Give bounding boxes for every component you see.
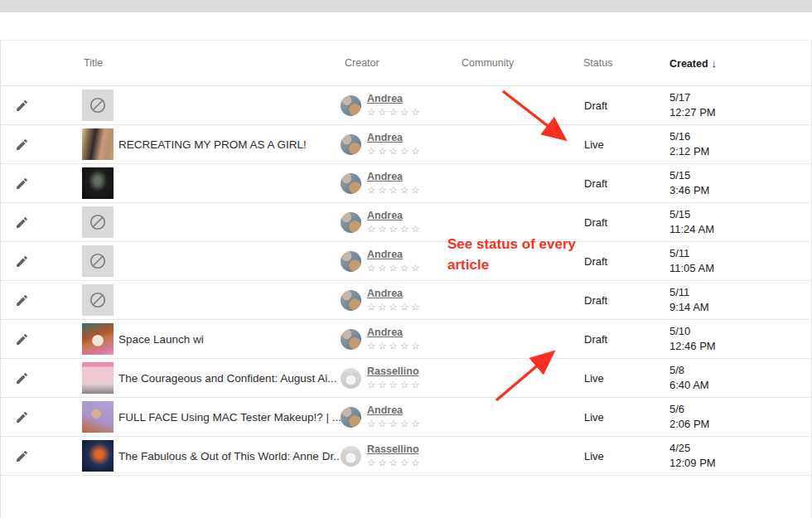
status-value: Live: [576, 372, 662, 385]
article-title: FULL FACE Using MAC Tester Makeup!? | ..…: [118, 411, 341, 424]
article-thumbnail[interactable]: [82, 245, 114, 277]
creator-rating-stars: ☆☆☆☆☆: [367, 418, 423, 429]
edit-pencil-icon[interactable]: [15, 215, 29, 230]
status-value: Draft: [576, 99, 662, 112]
edit-cell: [1, 293, 82, 307]
article-thumbnail[interactable]: [82, 440, 114, 472]
article-thumbnail[interactable]: [82, 323, 114, 355]
created-date: 5/16: [669, 129, 811, 144]
creator-name-link[interactable]: Andrea: [367, 93, 423, 106]
status-value: Live: [576, 411, 662, 424]
title-cell: FULL FACE Using MAC Tester Makeup!? | ..…: [82, 401, 341, 433]
status-value: Draft: [576, 216, 662, 229]
creator-rating-stars: ☆☆☆☆☆: [367, 223, 423, 235]
column-header-created[interactable]: Created↓: [662, 57, 811, 70]
table-row[interactable]: Andrea ☆☆☆☆☆ Draft 5/11 9:14 AM: [1, 281, 811, 320]
edit-pencil-icon[interactable]: [15, 371, 29, 385]
article-title: The Fabulous & Out of This World: Anne D…: [118, 450, 341, 462]
created-time: 9:14 AM: [669, 300, 811, 315]
creator-rating-stars: ☆☆☆☆☆: [367, 301, 423, 312]
edit-pencil-icon[interactable]: [15, 99, 29, 113]
creator-name-link[interactable]: Andrea: [367, 288, 423, 301]
edit-pencil-icon[interactable]: [15, 254, 29, 269]
creator-cell: Andrea ☆☆☆☆☆: [341, 93, 460, 119]
creator-avatar[interactable]: [341, 407, 361, 428]
title-cell: [82, 284, 341, 316]
article-thumbnail[interactable]: [82, 401, 114, 433]
creator-rating-stars: ☆☆☆☆☆: [367, 379, 423, 390]
table-row[interactable]: RECREATING MY PROM AS A GIRL! Andrea ☆☆☆…: [1, 125, 811, 164]
edit-cell: [1, 215, 82, 230]
creator-avatar[interactable]: [341, 212, 361, 233]
creator-avatar[interactable]: [341, 368, 361, 389]
created-cell: 5/17 12:27 PM: [662, 90, 811, 120]
created-date: 5/11: [669, 285, 811, 300]
article-title: Space Launch wi: [118, 333, 204, 346]
article-thumbnail[interactable]: [82, 128, 114, 160]
edit-pencil-icon[interactable]: [15, 449, 29, 463]
article-thumbnail[interactable]: [82, 90, 114, 121]
creator-name-link[interactable]: Andrea: [367, 210, 423, 223]
creator-cell: Andrea ☆☆☆☆☆: [341, 132, 460, 157]
creator-cell: Andrea ☆☆☆☆☆: [341, 404, 460, 430]
column-header-status[interactable]: Status: [576, 57, 662, 69]
browser-chrome-bar: [0, 0, 812, 12]
title-cell: [82, 206, 341, 238]
table-row[interactable]: Andrea ☆☆☆☆☆ Draft 5/11 11:05 AM: [1, 242, 811, 281]
blocked-icon: [89, 213, 107, 231]
creator-name-link[interactable]: Andrea: [367, 404, 423, 418]
article-thumbnail[interactable]: [82, 362, 114, 394]
created-cell: 5/16 2:12 PM: [662, 129, 811, 159]
creator-name-link[interactable]: Andrea: [367, 132, 423, 145]
creator-name-link[interactable]: Rassellino: [367, 366, 423, 379]
creator-name-link[interactable]: Andrea: [367, 249, 423, 262]
creator-name-link[interactable]: Andrea: [367, 327, 423, 340]
table-header-row: Title Creator Community Status Created↓: [1, 41, 811, 86]
edit-cell: [1, 254, 82, 269]
creator-avatar[interactable]: [341, 329, 361, 350]
edit-cell: [1, 99, 82, 113]
table-row[interactable]: The Fabulous & Out of This World: Anne D…: [1, 437, 811, 476]
created-time: 2:12 PM: [669, 144, 811, 159]
created-time: 11:05 AM: [669, 261, 811, 276]
creator-rating-stars: ☆☆☆☆☆: [367, 262, 423, 274]
edit-pencil-icon[interactable]: [15, 138, 29, 152]
edit-cell: [1, 177, 82, 191]
column-header-title[interactable]: Title: [82, 57, 341, 69]
article-thumbnail[interactable]: [82, 284, 114, 316]
table-row[interactable]: Andrea ☆☆☆☆☆ Draft 5/15 3:46 PM: [1, 164, 811, 203]
table-row[interactable]: Space Launch wi Andrea ☆☆☆☆☆ Draft 5/10 …: [1, 320, 811, 359]
edit-cell: [1, 410, 82, 424]
edit-cell: [1, 371, 82, 385]
creator-avatar[interactable]: [341, 95, 361, 116]
edit-pencil-icon[interactable]: [15, 177, 29, 191]
edit-pencil-icon[interactable]: [15, 332, 29, 346]
table-row[interactable]: Andrea ☆☆☆☆☆ Draft 5/17 12:27 PM: [1, 86, 811, 125]
title-cell: The Courageous and Confident: August Ai.…: [82, 362, 341, 394]
creator-avatar[interactable]: [341, 290, 361, 311]
status-value: Draft: [576, 255, 662, 268]
creator-cell: Rassellino ☆☆☆☆☆: [341, 443, 460, 469]
created-date: 5/15: [669, 168, 811, 183]
creator-avatar[interactable]: [341, 134, 361, 155]
creator-avatar[interactable]: [341, 173, 361, 194]
creator-cell: Rassellino ☆☆☆☆☆: [341, 366, 460, 391]
table-row[interactable]: Andrea ☆☆☆☆☆ Draft 5/15 11:24 AM: [1, 203, 811, 242]
column-header-community[interactable]: Community: [460, 57, 576, 69]
column-header-creator[interactable]: Creator: [341, 57, 460, 69]
article-thumbnail[interactable]: [82, 167, 114, 199]
creator-avatar[interactable]: [341, 446, 361, 467]
created-cell: 4/25 12:09 PM: [662, 441, 811, 471]
table-row[interactable]: The Courageous and Confident: August Ai.…: [1, 359, 811, 398]
creator-name-link[interactable]: Andrea: [367, 171, 423, 184]
blocked-icon: [89, 96, 107, 114]
creator-name-link[interactable]: Rassellino: [367, 443, 423, 457]
title-cell: Space Launch wi: [82, 323, 341, 355]
creator-avatar[interactable]: [341, 251, 361, 272]
articles-table-card: Title Creator Community Status Created↓ …: [0, 40, 812, 518]
created-date: 5/6: [669, 402, 811, 417]
edit-pencil-icon[interactable]: [15, 410, 29, 424]
article-thumbnail[interactable]: [82, 206, 114, 238]
table-row[interactable]: FULL FACE Using MAC Tester Makeup!? | ..…: [1, 398, 811, 437]
edit-pencil-icon[interactable]: [15, 293, 29, 307]
